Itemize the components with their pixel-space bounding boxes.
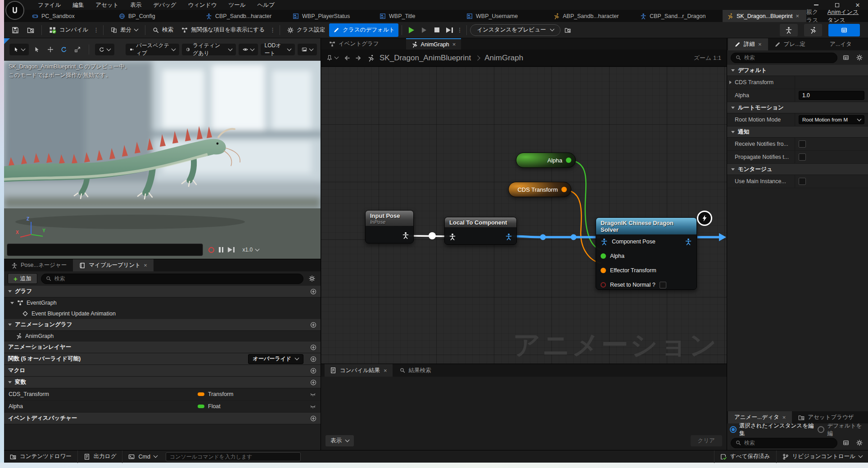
asset-tab-bp-config[interactable]: BP_Config xyxy=(114,10,201,22)
all-saved-button[interactable]: すべて保存済み xyxy=(714,450,776,463)
tab-my-blueprint[interactable]: マイブループリント xyxy=(73,259,153,271)
variable-row-cds-transform[interactable]: CDS_TransformTransform xyxy=(4,388,321,400)
compile-options-icon[interactable] xyxy=(92,27,100,33)
tab-details[interactable]: 詳細 xyxy=(728,38,768,50)
revision-control-dropdown[interactable]: リビジョンコントロール xyxy=(777,450,868,463)
lighting-dropdown[interactable]: ライティングあり xyxy=(182,44,236,55)
section-functions[interactable]: 関数 (5 オーバーライド可能)オーバーライド xyxy=(4,353,321,365)
menu-edit[interactable]: 編集 xyxy=(67,0,90,10)
pose-output-pin-icon[interactable] xyxy=(505,233,512,240)
pose-input-pin-icon[interactable] xyxy=(601,238,608,245)
perspective-dropdown[interactable]: パースペクティブ xyxy=(126,44,179,55)
anim-panel-search[interactable] xyxy=(731,438,837,448)
bool-pin-icon[interactable] xyxy=(601,282,606,288)
edit-selected-radio[interactable] xyxy=(730,426,737,433)
section-graphs[interactable]: グラフ xyxy=(4,286,321,297)
preview-instance-dropdown[interactable]: インスタンスをプレビュー xyxy=(470,24,560,36)
effector-pin-icon[interactable] xyxy=(601,268,606,273)
section-animation-layers[interactable]: アニメーションレイヤー xyxy=(4,342,321,353)
variable-row-alpha[interactable]: AlphaFloat xyxy=(4,400,321,413)
reset-checkbox[interactable] xyxy=(660,282,666,288)
record-icon[interactable] xyxy=(208,247,214,253)
output-pin-transform[interactable] xyxy=(561,187,567,192)
item-event-update-animation[interactable]: Event Blueprint Update Animation xyxy=(4,308,321,319)
menu-window[interactable]: ウィンドウ xyxy=(182,0,223,10)
eye-closed-icon[interactable] xyxy=(310,391,316,397)
add-anim-graph-icon[interactable] xyxy=(310,322,316,328)
playback-speed-dropdown[interactable]: x1.0 xyxy=(240,247,262,253)
close-icon[interactable] xyxy=(384,368,387,374)
asset-tab-pc-sandbox[interactable]: PC_Sandbox xyxy=(27,10,114,22)
add-button[interactable]: 追加 xyxy=(8,273,37,284)
eye-closed-icon[interactable] xyxy=(310,403,316,410)
menu-help[interactable]: ヘルプ xyxy=(252,0,280,10)
section-notify[interactable]: 通知 xyxy=(727,126,868,138)
diff-button[interactable]: 差分 xyxy=(107,23,142,37)
pause-icon[interactable] xyxy=(219,247,223,252)
asset-tab-sk-dragon-blueprint[interactable]: SK_Dragon...Blueprint xyxy=(723,10,806,22)
row-receive-notifies[interactable]: Receive Notifies fro... xyxy=(727,138,868,151)
step-button[interactable] xyxy=(418,24,430,36)
row-cds-transform[interactable]: CDS Transform xyxy=(727,76,868,89)
section-default[interactable]: デフォルト xyxy=(727,65,868,76)
play-options-icon[interactable] xyxy=(456,27,463,33)
expand-icon[interactable] xyxy=(729,81,732,84)
clear-button[interactable]: クリア xyxy=(691,435,722,446)
details-search[interactable] xyxy=(731,53,837,63)
search-input[interactable] xyxy=(744,54,832,61)
pose-output-pin-icon[interactable] xyxy=(685,238,692,245)
preview-viewport[interactable]: パースペクティブ ライティングあり LODオート SK_Dragon_AnimB… xyxy=(4,38,321,259)
tab-event-graph[interactable]: イベントグラフ xyxy=(324,38,384,50)
add-macro-icon[interactable] xyxy=(310,368,316,374)
close-icon[interactable] xyxy=(144,262,147,268)
hide-unrelated-options-icon[interactable] xyxy=(269,27,276,33)
tab-anim-graph[interactable]: AnimGraph xyxy=(406,38,461,50)
pose-output-pin-icon[interactable] xyxy=(402,232,409,239)
asset-tab-wbp-playerstatus[interactable]: WBP_PlayerStatus xyxy=(288,10,375,22)
menu-file[interactable]: ファイル xyxy=(32,0,67,10)
save-button[interactable] xyxy=(8,23,23,37)
close-icon[interactable] xyxy=(452,41,456,47)
asset-tab-wbp-username[interactable]: WBP_Username xyxy=(462,10,549,22)
receive-notifies-checkbox[interactable] xyxy=(799,140,806,148)
section-animation-graphs[interactable]: アニメーショングラフ xyxy=(4,319,321,331)
alpha-value-input[interactable] xyxy=(799,91,864,100)
tab-asset-data[interactable]: ア...イタ xyxy=(823,38,858,50)
output-log-button[interactable]: 出力ログ xyxy=(78,450,122,463)
pose-input-pin-icon[interactable] xyxy=(449,233,456,240)
add-function-icon[interactable] xyxy=(310,356,316,362)
content-drawer-button[interactable]: コンテンツドロワー xyxy=(4,450,77,463)
find-button[interactable]: 検索 xyxy=(149,23,177,37)
node-local-to-component[interactable]: Local To Component xyxy=(444,217,517,245)
item-animgraph[interactable]: AnimGraph xyxy=(4,331,321,342)
tab-pose-watch-manager[interactable]: Pose...ネージャー xyxy=(5,259,73,271)
add-variable-icon[interactable] xyxy=(310,379,316,386)
settings-gear-icon[interactable] xyxy=(854,440,864,446)
skeleton-button[interactable] xyxy=(804,24,822,36)
row-propagate-notifies[interactable]: Propagate Notifies t... xyxy=(727,151,868,164)
propagate-notifies-checkbox[interactable] xyxy=(799,153,806,161)
select-tool-icon[interactable] xyxy=(32,46,42,53)
console-command-input[interactable] xyxy=(166,452,301,461)
cmd-dropdown[interactable]: Cmd xyxy=(122,450,163,463)
node-variable-cds-transform[interactable]: CDS Transform xyxy=(508,182,571,197)
breadcrumb-current[interactable]: AnimGraph xyxy=(484,54,523,63)
add-layer-icon[interactable] xyxy=(310,344,316,351)
section-macros[interactable]: マクロ xyxy=(4,365,321,377)
node-dragonik-solver[interactable]: DragonIK Chinese Dragon Solver Component… xyxy=(596,217,697,290)
menu-asset[interactable]: アセット xyxy=(90,0,124,10)
search-input[interactable] xyxy=(54,275,298,282)
lod-dropdown[interactable]: LODオート xyxy=(261,44,295,55)
display-grid-icon[interactable] xyxy=(841,440,851,446)
back-arrow-icon[interactable] xyxy=(343,54,350,62)
browse-instance-button[interactable] xyxy=(561,23,575,37)
preview-mesh-button[interactable] xyxy=(780,24,798,36)
row-use-main-instance[interactable]: Use Main Instance... xyxy=(727,175,868,188)
class-defaults-button[interactable]: クラスのデフォルト xyxy=(329,23,398,37)
output-pin-float[interactable] xyxy=(566,158,571,163)
show-filter-button[interactable]: 表示 xyxy=(326,435,354,446)
screenshot-dropdown[interactable] xyxy=(298,44,317,55)
breadcrumb-root[interactable]: SK_Dragon_AnimBlueprint xyxy=(380,54,471,63)
graph-canvas[interactable]: アニメーション Alpha CDS Transform Input PoseIn… xyxy=(321,67,727,364)
forward-arrow-icon[interactable] xyxy=(355,54,362,62)
